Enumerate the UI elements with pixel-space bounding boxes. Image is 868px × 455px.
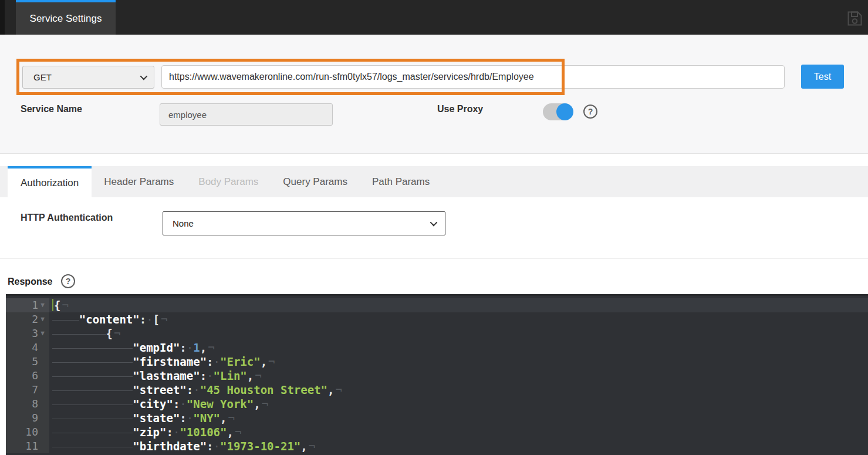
- service-name-input[interactable]: [160, 103, 333, 126]
- line-number: 10: [25, 425, 38, 439]
- fold-arrow-icon[interactable]: ▼: [38, 298, 47, 312]
- tab-service-settings[interactable]: Service Settings: [16, 0, 116, 35]
- editor-line[interactable]: 11"birthdate":·"1973-10-21",¬: [6, 439, 868, 453]
- token-punc: :: [173, 397, 180, 410]
- code-line-content: "empId":·1,¬: [49, 341, 868, 355]
- top-header-bar: Service Settings: [0, 0, 868, 35]
- token-punc: :: [187, 383, 193, 396]
- http-authentication-label: HTTP Authentication: [21, 213, 113, 223]
- indent-guide: [52, 341, 133, 355]
- token-dot: ·: [180, 397, 186, 410]
- token-punc: ,: [227, 426, 233, 439]
- token-str: "Lin": [214, 369, 247, 382]
- toggle-knob: [556, 103, 573, 120]
- editor-line[interactable]: 10"zip":·"10106",¬: [6, 425, 868, 439]
- code-line-content: "state":·"NY",¬: [49, 411, 868, 425]
- token-key: "lastname": [133, 369, 200, 382]
- use-proxy-label: Use Proxy: [437, 104, 483, 114]
- request-settings-panel: GET Test Service Name Use Proxy ?: [0, 35, 868, 154]
- editor-line[interactable]: 1▼{¬: [6, 298, 868, 312]
- token-punc: :: [166, 426, 173, 439]
- line-number: 2: [32, 312, 38, 326]
- token-punc: {: [106, 327, 113, 340]
- service-settings-tab-label: Service Settings: [30, 13, 102, 25]
- token-punc: :: [180, 412, 186, 424]
- token-num: 1: [193, 341, 200, 354]
- indent-guide: [52, 312, 79, 326]
- response-label: Response: [8, 277, 52, 287]
- token-str: "New York": [187, 397, 254, 410]
- token-str: "1973-10-21": [220, 440, 300, 453]
- line-number-gutter: 7: [6, 383, 49, 397]
- http-method-value: GET: [33, 72, 52, 82]
- token-dot: ·: [187, 341, 193, 354]
- http-authentication-select[interactable]: None: [163, 211, 445, 235]
- response-help-icon[interactable]: ?: [61, 274, 75, 288]
- editor-line[interactable]: 3▼{¬: [6, 326, 868, 341]
- token-dot: ·: [214, 440, 220, 453]
- response-editor[interactable]: 1▼{¬2▼"content":·[¬3▼{¬4"empId":·1,¬5"fi…: [6, 294, 868, 455]
- tab-body-params: Body Params: [186, 166, 271, 197]
- token-punc: :: [207, 355, 213, 368]
- indent-guide: [52, 369, 133, 383]
- code-line-content: {¬: [49, 298, 868, 312]
- indent-guide: [52, 425, 133, 439]
- indent-guide: [52, 411, 133, 425]
- code-line-content: "content":·[¬: [49, 312, 868, 326]
- token-punc: :: [180, 341, 186, 354]
- token-punc: ,: [200, 341, 207, 354]
- line-number-gutter: 10: [6, 425, 49, 439]
- http-method-select[interactable]: GET: [22, 66, 154, 89]
- token-key: "content": [79, 313, 140, 326]
- editor-line[interactable]: 2▼"content":·[¬: [6, 312, 868, 326]
- line-number-gutter: 1▼: [6, 298, 49, 312]
- editor-line[interactable]: 4"empId":·1,¬: [6, 341, 868, 355]
- eol-marker: ¬: [62, 299, 68, 312]
- fold-arrow-icon[interactable]: ▼: [38, 312, 47, 326]
- eol-marker: ¬: [208, 341, 214, 354]
- token-key: "city": [133, 397, 173, 410]
- use-proxy-toggle[interactable]: [543, 103, 572, 120]
- editor-line[interactable]: 7"street":·"45 Houston Street",¬: [6, 383, 868, 397]
- line-number-gutter: 5: [6, 355, 49, 369]
- code-line-content: "firstname":·"Eric",¬: [49, 355, 868, 369]
- eol-marker: ¬: [114, 327, 120, 340]
- token-str: "Eric": [220, 355, 261, 368]
- editor-line[interactable]: 8"city":·"New York",¬: [6, 397, 868, 411]
- save-button[interactable]: [846, 9, 863, 27]
- line-number: 3: [32, 326, 38, 341]
- code-line-content: "city":·"New York",¬: [49, 397, 868, 411]
- editor-line[interactable]: 6"lastname":·"Lin",¬: [6, 369, 868, 383]
- service-name-label: Service Name: [21, 104, 82, 114]
- service-url-input[interactable]: [161, 65, 785, 89]
- tab-query-params[interactable]: Query Params: [271, 166, 360, 197]
- line-number-gutter: 9: [6, 411, 49, 425]
- line-number: 6: [32, 369, 38, 383]
- token-punc: {: [54, 299, 60, 312]
- token-punc: ,: [220, 412, 227, 424]
- token-key: "empId": [133, 341, 180, 354]
- token-dot: ·: [146, 313, 153, 326]
- code-line-content: "lastname":·"Lin",¬: [49, 369, 868, 383]
- token-punc: :: [140, 313, 146, 326]
- indent-guide: [52, 397, 133, 411]
- token-punc: ,: [300, 440, 307, 453]
- fold-arrow-icon[interactable]: ▼: [38, 326, 47, 341]
- editor-line[interactable]: 9"state":·"NY",¬: [6, 411, 868, 425]
- tab-path-params[interactable]: Path Params: [360, 166, 442, 197]
- tab-authorization[interactable]: Authorization: [8, 166, 92, 197]
- line-number-gutter: 2▼: [6, 312, 49, 326]
- indent-guide: [52, 355, 133, 369]
- line-number: 4: [32, 341, 38, 355]
- eol-marker: ¬: [255, 369, 261, 382]
- token-key: "birthdate": [133, 440, 207, 453]
- editor-line[interactable]: 5"firstname":·"Eric",¬: [6, 355, 868, 369]
- proxy-help-icon[interactable]: ?: [583, 105, 597, 119]
- line-number: 9: [32, 411, 38, 425]
- eol-marker: ¬: [161, 313, 167, 326]
- token-dot: ·: [187, 412, 193, 424]
- token-punc: [: [153, 313, 160, 326]
- header-left-edge: [0, 0, 5, 35]
- test-button[interactable]: Test: [801, 65, 844, 89]
- tab-header-params[interactable]: Header Params: [92, 166, 186, 197]
